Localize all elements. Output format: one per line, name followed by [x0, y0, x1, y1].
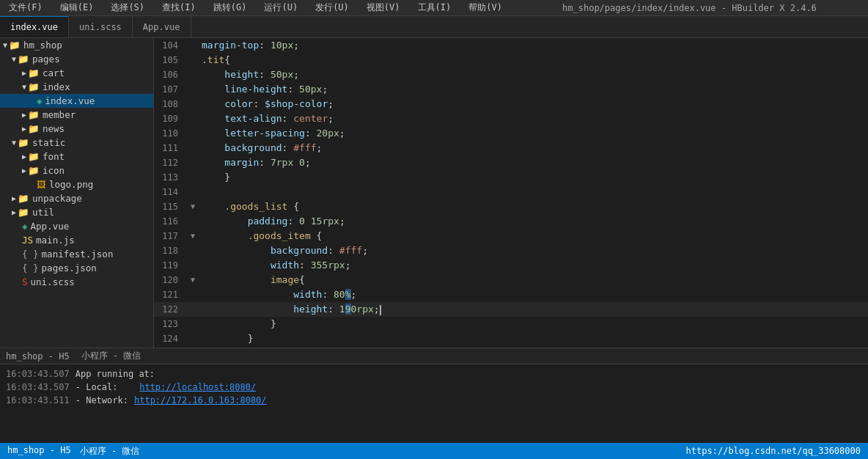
- sidebar-label-cart: cart: [43, 67, 65, 78]
- sidebar-item-hm-shop[interactable]: ▼ 📁 hm_shop: [0, 38, 153, 52]
- code-content-120[interactable]: image{: [199, 273, 868, 287]
- sidebar-item-pages-json[interactable]: { } pages.json: [0, 261, 153, 275]
- line-num-107: 107: [154, 82, 187, 97]
- menu-file[interactable]: 文件(F): [6, 0, 45, 15]
- line-num-122: 122: [154, 302, 187, 317]
- code-line-110: 110 letter-spacing: 20px;: [154, 126, 868, 141]
- sidebar-label-util: util: [32, 207, 54, 218]
- menu-view[interactable]: 视图(V): [364, 0, 403, 15]
- code-content-116[interactable]: padding: 0 15rpx;: [199, 214, 868, 229]
- folder-icon-font: 📁: [28, 151, 40, 162]
- code-content-117[interactable]: .goods_item {: [199, 229, 868, 243]
- log-text-1: - Local:: [76, 381, 133, 394]
- sidebar-label-member: member: [43, 109, 76, 120]
- code-content-105[interactable]: .tit{: [199, 53, 868, 67]
- menu-publish[interactable]: 发行(U): [312, 0, 352, 15]
- tab-index-vue[interactable]: index.vue: [0, 16, 69, 37]
- code-content-112[interactable]: margin: 7rpx 0;: [199, 155, 868, 170]
- code-content-123[interactable]: }: [199, 317, 868, 331]
- log-link-local[interactable]: http://localhost:8080/: [139, 381, 256, 394]
- code-content-115[interactable]: .goods_list {: [199, 199, 868, 214]
- code-content-104[interactable]: margin-top: 10px;: [199, 38, 868, 53]
- code-content-113[interactable]: }: [199, 170, 868, 185]
- code-line-113: 113 }: [154, 170, 868, 185]
- sidebar-item-unpackage[interactable]: ▶ 📁 unpackage: [0, 191, 153, 205]
- status-right: https://blog.csdn.net/qq_33608000: [686, 446, 861, 456]
- line-num-109: 109: [154, 111, 187, 126]
- sidebar-item-util[interactable]: ▶ 📁 util: [0, 205, 153, 219]
- file-icon-app-vue: ◈: [22, 221, 28, 232]
- code-content-109[interactable]: text-align: center;: [199, 111, 868, 126]
- code-content-119[interactable]: width: 355rpx;: [199, 258, 868, 273]
- line-num-118: 118: [154, 243, 187, 258]
- line-num-112: 112: [154, 155, 187, 170]
- log-line-2: 16:03:43.511 - Network: http://172.16.0.…: [6, 394, 862, 407]
- menu-select[interactable]: 选择(S): [108, 0, 147, 15]
- sidebar-item-member[interactable]: ▶ 📁 member: [0, 108, 153, 122]
- sidebar-item-font[interactable]: ▶ 📁 font: [0, 150, 153, 164]
- tab-uni-scss[interactable]: uni.scss: [69, 16, 133, 37]
- sidebar-item-logo[interactable]: 🖼 logo.png: [0, 177, 153, 191]
- arrow-icon-index: ▼: [22, 83, 26, 91]
- sidebar: ▼ 📁 hm_shop ▼ 📁 pages ▶ 📁 cart ▼ 📁 index…: [0, 38, 154, 348]
- code-content-122[interactable]: height: 190rpx;: [199, 302, 868, 317]
- status-project: hm_shop - H5: [7, 445, 71, 458]
- folder-icon-unpackage: 📁: [18, 193, 29, 204]
- code-content-107[interactable]: line-height: 50px;: [199, 82, 868, 97]
- folder-icon-index: 📁: [28, 81, 40, 92]
- sidebar-item-icon[interactable]: ▶ 📁 icon: [0, 164, 153, 177]
- log-link-network[interactable]: http://172.16.0.163:8080/: [134, 394, 267, 407]
- code-line-123: 123 }: [154, 317, 868, 331]
- code-line-108: 108 color: $shop-color;: [154, 97, 868, 111]
- code-content-124[interactable]: }: [199, 331, 868, 346]
- tab-app-vue[interactable]: App.vue: [133, 16, 191, 37]
- sidebar-item-index-folder[interactable]: ▼ 📁 index: [0, 80, 153, 94]
- status-left: hm_shop - H5 小程序 - 微信: [7, 445, 139, 458]
- line-num-106: 106: [154, 67, 187, 82]
- sidebar-label-index-folder: index: [43, 81, 70, 92]
- code-content-110[interactable]: letter-spacing: 20px;: [199, 126, 868, 141]
- sidebar-item-static[interactable]: ▼ 📁 static: [0, 136, 153, 150]
- menu-goto[interactable]: 跳转(G): [210, 0, 250, 15]
- status-type: 小程序 - 微信: [80, 445, 140, 458]
- sidebar-label-logo: logo.png: [49, 179, 93, 190]
- sidebar-item-pages[interactable]: ▼ 📁 pages: [0, 52, 153, 66]
- log-text-2: - Network:: [76, 394, 128, 407]
- sidebar-item-manifest[interactable]: { } manifest.json: [0, 247, 153, 261]
- folder-icon-member: 📁: [28, 109, 40, 120]
- code-line-120: 120 ▼ image{: [154, 273, 868, 287]
- code-content-108[interactable]: color: $shop-color;: [199, 97, 868, 111]
- menu-help[interactable]: 帮助(V): [466, 0, 505, 15]
- status-blog-link[interactable]: https://blog.csdn.net/qq_33608000: [686, 446, 861, 456]
- sidebar-item-main-js[interactable]: JS main.js: [0, 233, 153, 247]
- bottom-panel: hm_shop - H5 小程序 - 微信 16:03:43.507 App r…: [0, 348, 868, 443]
- menu-run[interactable]: 运行(U): [261, 0, 301, 15]
- folder-icon-news: 📁: [28, 123, 40, 134]
- sidebar-label-news: news: [43, 123, 65, 134]
- sidebar-label-manifest: manifest.json: [42, 249, 114, 260]
- code-line-106: 106 height: 50px;: [154, 67, 868, 82]
- menu-tools[interactable]: 工具(I): [415, 0, 455, 15]
- sidebar-item-app-vue[interactable]: ◈ App.vue: [0, 219, 153, 233]
- code-line-119: 119 width: 355rpx;: [154, 258, 868, 273]
- code-line-116: 116 padding: 0 15rpx;: [154, 214, 868, 229]
- sidebar-item-uni-scss[interactable]: S uni.scss: [0, 275, 153, 289]
- code-content-106[interactable]: height: 50px;: [199, 67, 868, 82]
- code-content-121[interactable]: width: 80%;: [199, 287, 868, 302]
- sidebar-item-cart[interactable]: ▶ 📁 cart: [0, 66, 153, 80]
- code-editor[interactable]: 104 margin-top: 10px; 105 .tit{ 106 heig…: [154, 38, 868, 348]
- menu-edit[interactable]: 编辑(E): [57, 0, 97, 15]
- code-line-105: 105 .tit{: [154, 53, 868, 67]
- code-content-118[interactable]: background: #fff;: [199, 243, 868, 258]
- tab-label-uni: uni.scss: [79, 22, 122, 32]
- sidebar-label-pages: pages: [32, 54, 60, 65]
- sidebar-item-news[interactable]: ▶ 📁 news: [0, 122, 153, 136]
- menu-find[interactable]: 查找(I): [159, 0, 199, 15]
- bottom-panel-sublabel: 小程序 - 微信: [81, 350, 141, 362]
- gutter-117: ▼: [187, 229, 199, 243]
- code-content-111[interactable]: background: #fff;: [199, 141, 868, 155]
- code-line-107: 107 line-height: 50px;: [154, 82, 868, 97]
- line-num-124: 124: [154, 331, 187, 346]
- sidebar-label-hm-shop: hm_shop: [23, 40, 62, 51]
- sidebar-item-index-vue[interactable]: ◈ index.vue: [0, 94, 153, 108]
